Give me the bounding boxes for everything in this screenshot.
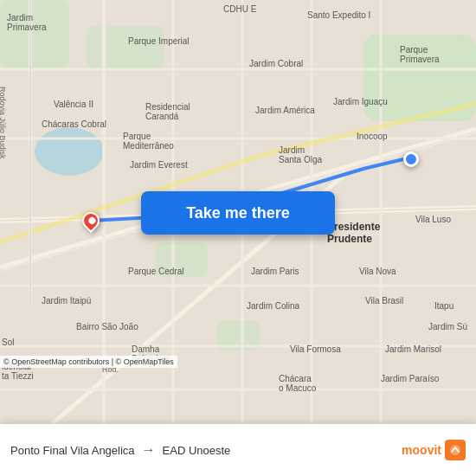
svg-rect-2	[87, 26, 164, 69]
svg-point-3	[35, 127, 104, 176]
bottom-bar: Ponto Final Vila Angelica → EAD Unoeste …	[0, 424, 476, 476]
route-info: Ponto Final Vila Angelica → EAD Unoeste	[10, 442, 402, 458]
svg-rect-1	[0, 0, 69, 69]
destination-marker	[403, 151, 419, 167]
moovit-text: moovit	[402, 443, 441, 457]
origin-label: Ponto Final Vila Angelica	[10, 444, 135, 457]
map-attribution: © OpenStreetMap contributors | © OpenMap…	[0, 356, 177, 368]
svg-rect-4	[156, 242, 208, 277]
destination-label: EAD Unoeste	[163, 444, 231, 457]
moovit-icon	[445, 440, 466, 460]
arrow-icon: →	[142, 442, 156, 458]
take-me-there-button[interactable]: Take me there	[141, 191, 335, 235]
map-container: Santo Expedito I JardimPrimavera Parque …	[0, 0, 476, 424]
moovit-logo: moovit	[402, 440, 466, 460]
origin-marker	[82, 212, 100, 229]
